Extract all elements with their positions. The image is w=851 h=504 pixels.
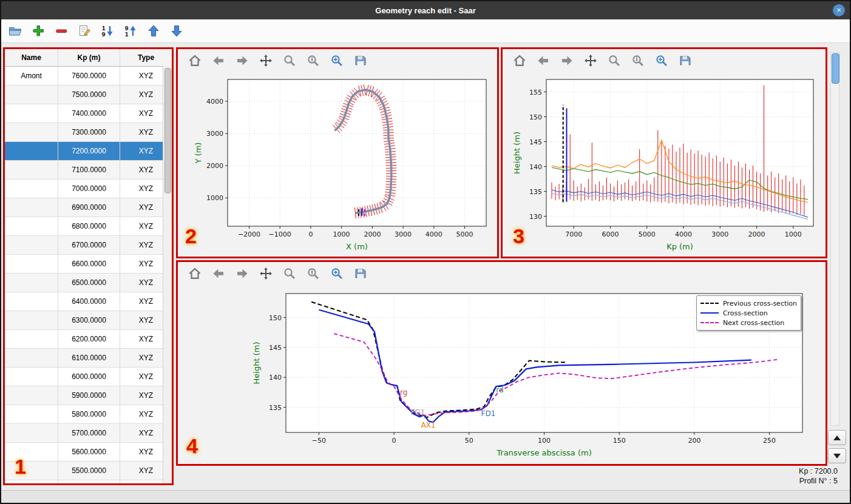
sort-descending-button[interactable]: 91	[123, 23, 138, 39]
zoom-plus-button[interactable]	[330, 53, 344, 68]
legend-entry: Cross-section	[700, 308, 797, 318]
svg-text:4000: 4000	[426, 230, 442, 238]
table-row[interactable]: 5400.0000XYZ	[5, 480, 172, 483]
pan-button[interactable]	[583, 53, 598, 68]
zoom-button[interactable]	[607, 53, 622, 68]
open-file-button[interactable]	[7, 23, 23, 39]
add-profile-button[interactable]	[30, 23, 46, 39]
title-bar[interactable]: Geometry reach edit - Saar ×	[1, 1, 850, 19]
zoom-plus-button[interactable]	[654, 53, 669, 68]
pan-button[interactable]	[259, 53, 273, 68]
table-row[interactable]: 6800.0000XYZ	[5, 217, 172, 236]
zoom-icon	[282, 53, 297, 68]
zoom-info-button[interactable]: i	[631, 53, 645, 68]
window-scrollbar-thumb[interactable]	[832, 53, 839, 84]
home-button[interactable]	[512, 53, 527, 68]
pan-icon	[259, 266, 273, 281]
table-row[interactable]: 7300.0000XYZ	[5, 123, 172, 142]
table-row[interactable]: 5800.0000XYZ	[5, 405, 172, 424]
save-button[interactable]	[353, 53, 368, 68]
svg-text:Height (m): Height (m)	[512, 132, 521, 174]
forward-button[interactable]	[560, 53, 574, 68]
home-button[interactable]	[188, 53, 202, 68]
back-button[interactable]	[211, 53, 226, 68]
table-row[interactable]: 6200.0000XYZ	[5, 330, 172, 349]
table-row[interactable]: 6500.0000XYZ	[5, 274, 172, 292]
plan-chart[interactable]: −2000−1000010002000300040005000100020003…	[178, 72, 497, 257]
svg-text:145: 145	[269, 344, 282, 352]
cell-kp: 5700.0000	[58, 424, 120, 442]
longitudinal-profile-chart[interactable]: 7000600050004000300020001000130135140145…	[503, 72, 826, 257]
table-row[interactable]: 5700.0000XYZ	[5, 424, 172, 443]
table-row[interactable]: 5600.0000XYZ	[5, 443, 172, 462]
svg-text:130: 130	[529, 213, 542, 221]
svg-text:−2000: −2000	[238, 230, 260, 238]
back-button[interactable]	[536, 53, 551, 68]
cell-kp: 7000.0000	[58, 180, 120, 198]
profile-down-button[interactable]	[828, 448, 846, 463]
close-button[interactable]: ×	[833, 4, 845, 16]
legend-line-sample	[700, 322, 719, 323]
table-row[interactable]: 7400.0000XYZ	[5, 104, 172, 123]
zoom-info-button[interactable]: i	[306, 53, 320, 68]
zoom-plus-button[interactable]	[330, 266, 344, 281]
table-row[interactable]: 7500.0000XYZ	[5, 86, 172, 104]
cell-kp: 7600.0000	[58, 67, 120, 85]
table-row[interactable]: 6300.0000XYZ	[5, 311, 172, 330]
back-button[interactable]	[211, 266, 226, 281]
svg-text:145: 145	[529, 138, 542, 146]
table-row[interactable]: 7100.0000XYZ	[5, 161, 172, 180]
save-button[interactable]	[353, 266, 368, 281]
table-row[interactable]: 7000.0000XYZ	[5, 180, 172, 198]
table-row[interactable]: 7200.0000XYZ	[5, 142, 172, 161]
cross-section-panel: i −50050100150200250135140145150Transver…	[176, 260, 827, 466]
table-scrollbar[interactable]	[163, 66, 172, 483]
header-name[interactable]: Name	[5, 49, 58, 66]
cell-kp: 5500.0000	[58, 462, 120, 480]
table-row[interactable]: 5900.0000XYZ	[5, 386, 172, 405]
move-up-button[interactable]	[146, 23, 161, 39]
zoom-button[interactable]	[282, 53, 297, 68]
save-button[interactable]	[678, 53, 693, 68]
table-scrollbar-thumb[interactable]	[164, 68, 171, 193]
svg-text:2000: 2000	[748, 230, 765, 238]
table-row[interactable]: 6400.0000XYZ	[5, 292, 172, 311]
table-row[interactable]: 5500.0000XYZ	[5, 462, 172, 480]
cell-name	[5, 86, 58, 104]
pan-button[interactable]	[259, 266, 273, 281]
zoom-plus-icon	[654, 53, 669, 68]
remove-profile-button[interactable]	[53, 23, 69, 39]
table-row[interactable]: 6600.0000XYZ	[5, 255, 172, 274]
pan-icon	[583, 53, 598, 68]
forward-button[interactable]	[235, 53, 249, 68]
cell-name	[5, 443, 58, 461]
table-row[interactable]: Amont7600.0000XYZ	[5, 67, 172, 86]
edit-profile-button[interactable]	[76, 23, 92, 39]
cell-kp: 6900.0000	[58, 198, 120, 217]
table-row[interactable]: 6700.0000XYZ	[5, 236, 172, 255]
cell-kp: 7300.0000	[58, 123, 120, 141]
window-scrollbar[interactable]	[830, 52, 839, 426]
move-down-button[interactable]	[169, 23, 185, 39]
sort-ascending-button[interactable]: 19	[100, 23, 115, 39]
save-icon	[353, 266, 368, 281]
svg-text:200: 200	[688, 437, 700, 445]
table-row[interactable]: 6100.0000XYZ	[5, 349, 172, 368]
zoom-info-button[interactable]: i	[306, 266, 320, 281]
sort-ascending-icon: 19	[100, 24, 115, 38]
forward-button[interactable]	[235, 266, 249, 281]
svg-text:1000: 1000	[206, 194, 223, 202]
table-row[interactable]: 6000.0000XYZ	[5, 368, 172, 386]
sort-descending-icon: 91	[123, 24, 138, 38]
cell-kp: 7200.0000	[58, 142, 120, 160]
profile-up-button[interactable]	[828, 430, 846, 445]
svg-text:140: 140	[269, 374, 282, 381]
header-type[interactable]: Type	[120, 49, 172, 66]
zoom-button[interactable]	[282, 266, 297, 281]
header-kp[interactable]: Kp (m)	[58, 49, 120, 66]
app-window: Geometry reach edit - Saar × 1991 Name K…	[0, 0, 851, 504]
profile-table: Name Kp (m) Type Amont7600.0000XYZ7500.0…	[5, 49, 172, 483]
table-row[interactable]: 6900.0000XYZ	[5, 198, 172, 217]
forward-icon	[235, 53, 249, 68]
home-button[interactable]	[188, 266, 202, 281]
